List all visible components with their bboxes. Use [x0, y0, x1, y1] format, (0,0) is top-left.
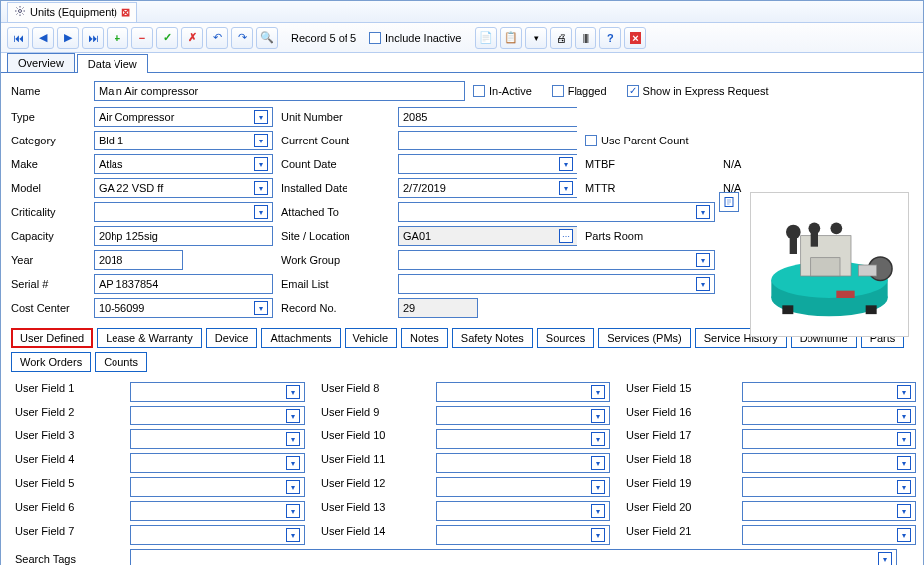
- remove-button[interactable]: −: [131, 27, 153, 49]
- work-group-field[interactable]: ▾: [398, 250, 715, 270]
- user-field-input[interactable]: ▾: [130, 477, 305, 497]
- nav-first-button[interactable]: ⏮: [7, 27, 29, 49]
- nav-prev-button[interactable]: ◀: [32, 27, 54, 49]
- chevron-down-icon[interactable]: ▾: [286, 409, 300, 423]
- help-button[interactable]: ?: [599, 27, 621, 49]
- confirm-button[interactable]: ✓: [156, 27, 178, 49]
- nav-next-button[interactable]: ▶: [57, 27, 79, 49]
- chevron-down-icon[interactable]: ▾: [286, 504, 300, 518]
- close-button[interactable]: ×: [624, 27, 646, 49]
- use-parent-count-check[interactable]: Use Parent Count: [585, 135, 793, 146]
- chevron-down-icon[interactable]: ▾: [254, 157, 268, 171]
- chevron-down-icon[interactable]: ▾: [591, 528, 605, 542]
- chevron-down-icon[interactable]: ▾: [878, 552, 892, 565]
- email-list-field[interactable]: ▾: [398, 274, 715, 294]
- user-field-input[interactable]: ▾: [130, 406, 305, 425]
- chevron-down-icon[interactable]: ▾: [286, 385, 300, 399]
- type-field[interactable]: Air Compressor▾: [94, 107, 273, 127]
- add-button[interactable]: +: [107, 27, 128, 49]
- chevron-down-icon[interactable]: ▾: [286, 480, 300, 494]
- chevron-down-icon[interactable]: ▾: [696, 277, 710, 291]
- user-field-input[interactable]: ▾: [130, 382, 305, 402]
- user-field-input[interactable]: ▾: [742, 525, 916, 545]
- flagged-check[interactable]: Flagged: [552, 85, 607, 97]
- user-field-input[interactable]: ▾: [130, 453, 305, 473]
- show-express-check[interactable]: Show in Express Request: [627, 85, 769, 97]
- subtab-user-defined[interactable]: User Defined: [11, 328, 93, 348]
- chevron-down-icon[interactable]: ▾: [591, 432, 605, 446]
- criticality-field[interactable]: ▾: [94, 202, 273, 222]
- tab-data-view[interactable]: Data View: [77, 54, 148, 73]
- chevron-down-icon[interactable]: ▾: [254, 134, 268, 147]
- chevron-down-icon[interactable]: ▾: [286, 432, 300, 446]
- window-tab[interactable]: Units (Equipment) ⊠: [7, 2, 137, 22]
- user-field-input[interactable]: ▾: [436, 406, 610, 425]
- subtab-work-orders[interactable]: Work Orders: [11, 352, 91, 372]
- chevron-down-icon[interactable]: ▾: [286, 528, 300, 542]
- undo-button[interactable]: ↶: [206, 27, 228, 49]
- chevron-down-icon[interactable]: ▾: [897, 456, 911, 470]
- capacity-field[interactable]: 20hp 125sig: [94, 226, 273, 246]
- user-field-input[interactable]: ▾: [436, 525, 610, 545]
- chevron-down-icon[interactable]: ▾: [559, 157, 573, 171]
- chevron-down-icon[interactable]: ▾: [897, 504, 911, 518]
- subtab-counts[interactable]: Counts: [95, 352, 147, 372]
- tool-icon-3[interactable]: ▾: [525, 27, 547, 49]
- inactive-check[interactable]: In-Active: [473, 85, 532, 97]
- installed-date-field[interactable]: 2/7/2019▾: [398, 178, 578, 198]
- chevron-down-icon[interactable]: ▾: [897, 480, 911, 494]
- chevron-down-icon[interactable]: ▾: [286, 456, 300, 470]
- user-field-input[interactable]: ▾: [742, 453, 916, 473]
- subtab-attachments[interactable]: Attachments: [261, 328, 340, 348]
- user-field-input[interactable]: ▾: [130, 501, 305, 521]
- user-field-input[interactable]: ▾: [742, 501, 916, 521]
- serial-field[interactable]: AP 1837854: [94, 274, 273, 294]
- chevron-down-icon[interactable]: ▾: [591, 480, 605, 494]
- user-field-input[interactable]: ▾: [130, 525, 305, 545]
- chevron-down-icon[interactable]: ▾: [254, 181, 268, 195]
- subtab-notes[interactable]: Notes: [401, 328, 448, 348]
- chevron-down-icon[interactable]: ▾: [696, 253, 710, 267]
- chevron-down-icon[interactable]: ▾: [559, 181, 573, 195]
- chevron-down-icon[interactable]: ▾: [254, 301, 268, 315]
- tab-overview[interactable]: Overview: [7, 53, 75, 72]
- count-date-field[interactable]: ▾: [398, 154, 578, 174]
- nav-last-button[interactable]: ⏭: [82, 27, 104, 49]
- cancel-button[interactable]: ✗: [181, 27, 203, 49]
- tool-icon-1[interactable]: 📄: [475, 27, 497, 49]
- user-field-input[interactable]: ▾: [742, 406, 916, 425]
- chevron-down-icon[interactable]: ▾: [696, 205, 710, 219]
- chevron-down-icon[interactable]: ▾: [897, 409, 911, 423]
- attached-to-field[interactable]: ▾: [398, 202, 715, 222]
- chevron-down-icon[interactable]: ▾: [591, 456, 605, 470]
- search-tags-field[interactable]: ▾: [130, 549, 897, 565]
- redo-button[interactable]: ↷: [231, 27, 253, 49]
- chevron-down-icon[interactable]: ▾: [254, 205, 268, 219]
- category-field[interactable]: Bld 1▾: [94, 131, 273, 150]
- name-field[interactable]: Main Air compressor: [94, 81, 465, 101]
- chevron-down-icon[interactable]: ▾: [897, 528, 911, 542]
- chevron-down-icon[interactable]: ▾: [591, 504, 605, 518]
- subtab-safety-notes[interactable]: Safety Notes: [452, 328, 533, 348]
- cost-center-field[interactable]: 10-56099▾: [94, 298, 273, 318]
- user-field-input[interactable]: ▾: [436, 453, 610, 473]
- subtab-vehicle[interactable]: Vehicle: [345, 328, 397, 348]
- subtab-sources[interactable]: Sources: [537, 328, 594, 348]
- chevron-down-icon[interactable]: ▾: [897, 385, 911, 399]
- chevron-down-icon[interactable]: ▾: [591, 409, 605, 423]
- user-field-input[interactable]: ▾: [436, 382, 610, 402]
- user-field-input[interactable]: ▾: [436, 477, 610, 497]
- user-field-input[interactable]: ▾: [742, 477, 916, 497]
- chevron-down-icon[interactable]: ▾: [591, 385, 605, 399]
- notes-icon[interactable]: [719, 192, 739, 212]
- barcode-button[interactable]: ||||: [575, 27, 596, 49]
- make-field[interactable]: Atlas▾: [94, 154, 273, 174]
- chevron-down-icon[interactable]: ▾: [897, 432, 911, 446]
- model-field[interactable]: GA 22 VSD ff▾: [94, 178, 273, 198]
- chevron-down-icon[interactable]: ▾: [254, 110, 268, 124]
- user-field-input[interactable]: ▾: [130, 429, 305, 449]
- year-field[interactable]: 2018: [94, 250, 183, 270]
- subtab-services-pms[interactable]: Services (PMs): [598, 328, 691, 348]
- user-field-input[interactable]: ▾: [742, 382, 916, 402]
- search-button[interactable]: 🔍: [256, 27, 278, 49]
